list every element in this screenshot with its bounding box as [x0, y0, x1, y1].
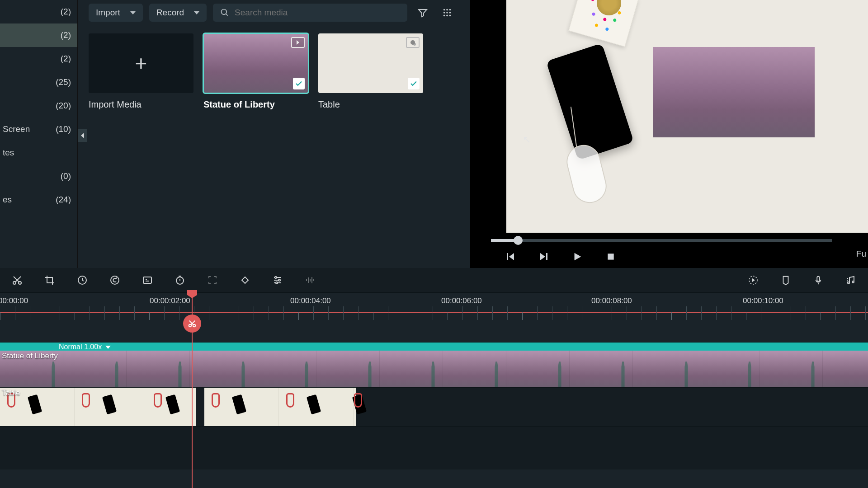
sidebar-item-8[interactable]: es(24) [0, 188, 77, 211]
ruler-tick [835, 306, 836, 320]
filter-button[interactable] [414, 4, 432, 22]
sidebar-item-6[interactable]: tes [0, 141, 77, 164]
focus-tool[interactable] [206, 274, 219, 286]
record-dropdown[interactable]: Record [149, 4, 207, 22]
clip-speed-badge[interactable]: Normal 1.00x [59, 343, 111, 351]
preview-progress[interactable] [491, 239, 832, 242]
ruler-label: 00:00:04:00 [290, 296, 331, 305]
reverse-tool[interactable] [108, 274, 121, 286]
clip-frame [443, 351, 506, 387]
media-thumb-table[interactable] [318, 33, 423, 93]
media-card-table[interactable]: Table [318, 33, 423, 110]
clip-segment[interactable] [204, 388, 356, 426]
svg-point-4 [449, 9, 451, 11]
ruler-tick [75, 312, 75, 320]
adjust-tool[interactable] [271, 274, 284, 286]
audio-tool[interactable] [304, 274, 316, 286]
voiceover-tool[interactable] [812, 274, 825, 286]
speed-tool[interactable] [76, 274, 89, 286]
track-header [0, 343, 868, 351]
media-card-statue[interactable]: Statue of Liberty [203, 33, 308, 110]
clip-body-statue[interactable]: Statue of Liberty [0, 351, 868, 387]
ruler-tick [642, 306, 642, 320]
import-dropdown[interactable]: Import [89, 4, 143, 22]
track-video-1[interactable]: Freeze Frame Normal 1.00x Statue of Libe… [0, 342, 868, 387]
marker-tool[interactable] [779, 274, 792, 286]
sidebar-item-1[interactable]: (2) [0, 23, 77, 47]
search-box[interactable] [213, 4, 407, 22]
record-label: Record [156, 8, 184, 18]
filter-icon [417, 7, 428, 18]
render-tool[interactable] [747, 274, 760, 286]
svg-point-5 [443, 12, 445, 14]
media-grid: + Import Media Statue of Liberty Table [78, 25, 470, 118]
svg-point-2 [443, 9, 445, 11]
svg-point-3 [446, 9, 448, 11]
sidebar-item-2[interactable]: (2) [0, 47, 77, 70]
media-thumb-statue[interactable] [203, 33, 308, 93]
clip-frame [633, 351, 696, 387]
svg-point-7 [449, 12, 451, 14]
ruler-tick [45, 306, 45, 320]
clip-body-table[interactable]: Table [0, 388, 868, 426]
fullscreen-label[interactable]: Fu [856, 249, 866, 259]
clip-segment[interactable] [0, 388, 196, 426]
svg-rect-16 [608, 253, 613, 259]
track-video-2[interactable]: Table [0, 387, 868, 426]
clip-frame [570, 351, 633, 387]
svg-point-10 [449, 15, 451, 17]
preview-canvas[interactable]: ↖ [506, 0, 868, 233]
media-card-import[interactable]: + Import Media [89, 33, 193, 110]
crop-tool[interactable] [43, 274, 56, 286]
track-empty[interactable] [0, 426, 868, 469]
prev-frame-button[interactable] [504, 250, 517, 263]
sidebar-item-4[interactable]: (20) [0, 94, 77, 117]
plus-icon: + [135, 51, 147, 75]
clip-label: Statue of Liberty [2, 352, 58, 361]
checked-icon [293, 78, 305, 89]
sidebar-item-7[interactable]: (0) [0, 164, 77, 188]
sidebar-item-3[interactable]: (25) [0, 70, 77, 94]
clip-frame [149, 388, 196, 426]
stop-button[interactable] [604, 250, 618, 263]
ruler-tick [239, 306, 239, 320]
svg-rect-25 [242, 277, 248, 283]
clip-frame [253, 351, 316, 387]
clip-frame [696, 351, 760, 387]
svg-point-31 [276, 282, 278, 284]
caption-tool[interactable] [141, 274, 154, 286]
ruler-tick [104, 306, 105, 320]
ruler-tick [821, 312, 821, 320]
ruler-tick [209, 306, 209, 320]
audio-mixer-tool[interactable] [844, 274, 857, 286]
checked-icon [408, 78, 420, 89]
chevron-down-icon [194, 11, 199, 14]
keyframe-tool[interactable] [239, 274, 251, 286]
preview-panel: ↖ Fu [470, 0, 868, 268]
ruler-label: 00:00:00 [0, 296, 28, 305]
preview-pip-statue[interactable] [653, 47, 815, 137]
sidebar-item-screen[interactable]: Screen(10) [0, 117, 77, 141]
ruler-tick [418, 306, 418, 320]
ruler-tick [0, 312, 0, 320]
collapse-sidebar-button[interactable] [78, 129, 87, 142]
playhead[interactable] [192, 293, 193, 488]
clip-frame [506, 351, 570, 387]
cursor-icon: ↖ [523, 134, 531, 145]
sidebar-item-0[interactable]: (2) [0, 0, 77, 23]
ruler-tick [552, 306, 552, 320]
search-input[interactable] [235, 8, 400, 18]
chevron-down-icon [130, 11, 136, 14]
next-frame-button[interactable] [537, 250, 551, 263]
play-button[interactable] [571, 250, 584, 263]
grid-view-button[interactable] [438, 4, 456, 22]
timeline-ruler[interactable]: 00:00:00 00:00:02:00 00:00:04:00 00:00:0… [0, 292, 868, 342]
cut-tool[interactable] [11, 274, 24, 286]
ruler-tick [119, 306, 120, 320]
media-label: Import Media [89, 99, 193, 110]
timer-tool[interactable] [174, 274, 186, 286]
clip-frame [380, 351, 443, 387]
playhead-cut-handle[interactable] [183, 314, 201, 333]
import-media-tile[interactable]: + [89, 33, 193, 93]
ruler-tick [567, 306, 567, 320]
